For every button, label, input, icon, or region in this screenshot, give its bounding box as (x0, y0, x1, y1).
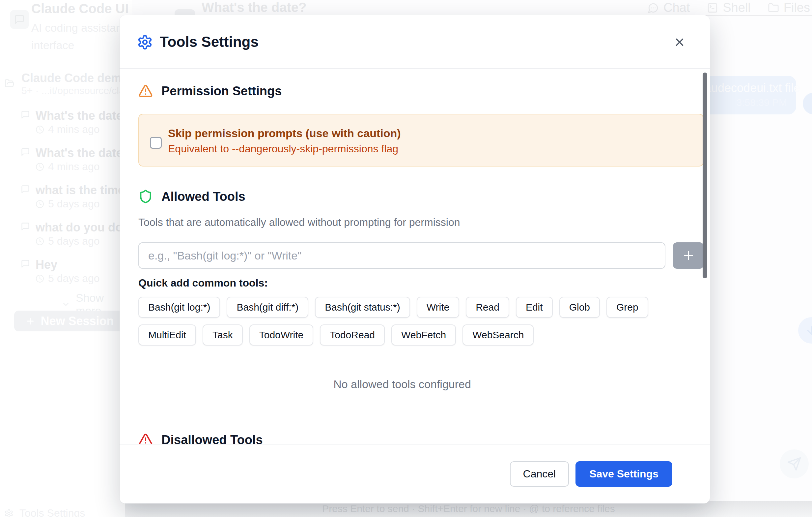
chat-bubble-icon (14, 14, 25, 25)
modal-footer: Cancel Save Settings (120, 444, 710, 504)
skip-permissions-checkbox[interactable] (150, 137, 162, 149)
chat-bubble-icon (21, 222, 30, 231)
permission-settings-heading: Permission Settings (138, 84, 282, 98)
allowed-tool-input[interactable] (138, 242, 665, 269)
alert-triangle-icon (138, 433, 153, 444)
session-title: what do you do? (36, 221, 130, 235)
add-tool-button[interactable] (673, 242, 704, 269)
modal-title: Tools Settings (160, 34, 259, 50)
clock-icon (36, 125, 44, 134)
chevron-down-icon (61, 300, 70, 309)
quick-add-label: Quick add common tools: (138, 277, 268, 289)
skip-permissions-panel: Skip permission prompts (use with cautio… (138, 114, 704, 166)
new-session-button[interactable]: New Session (14, 310, 125, 331)
composer-hint-bar: Press Enter to send · Shift+Enter for ne… (125, 501, 812, 517)
session-list: What's the date? 4 mins ago W (0, 109, 132, 295)
quick-tool-chip[interactable]: TodoRead (320, 324, 385, 346)
disallowed-tools-heading: Disallowed Tools (138, 433, 263, 444)
quick-tool-chip[interactable]: Bash(git diff:*) (227, 297, 308, 318)
quick-tool-chip[interactable]: WebSearch (463, 324, 534, 346)
app-root: Claude Code UI AI coding assistant inter… (0, 0, 812, 517)
sidebar: Claude Code UI AI coding assistant inter… (0, 0, 132, 517)
user-avatar (803, 93, 812, 114)
quick-tool-chip[interactable]: Edit (516, 297, 553, 318)
quick-tool-chip[interactable]: Glob (559, 297, 600, 318)
gear-icon (4, 509, 13, 517)
modal-header: Tools Settings (120, 15, 710, 69)
arrow-down-icon (805, 324, 812, 337)
gear-icon (137, 34, 153, 50)
session-title: What's the date? (36, 146, 130, 160)
session-time: 5 days ago (48, 272, 100, 284)
clock-icon (36, 274, 44, 283)
modal-body: Permission Settings Skip permission prom… (120, 69, 710, 444)
composer-hint: Press Enter to send · Shift+Enter for ne… (322, 503, 615, 517)
tab-files[interactable]: Files (768, 1, 810, 15)
quick-tool-chip[interactable]: Grep (606, 297, 648, 318)
folder-open-icon (5, 79, 14, 88)
project-meta: 5+ · ...it/opensource/clau (21, 85, 130, 96)
app-title: Claude Code UI (31, 1, 129, 16)
session-item[interactable]: what is the time? 5 days ago (0, 183, 132, 221)
quick-tool-list: Bash(git log:*) Bash(git diff:*) Bash(gi… (138, 297, 708, 346)
quick-tool-chip[interactable]: TodoWrite (249, 324, 314, 346)
tools-settings-modal: Tools Settings Permission Settings Skip … (120, 15, 710, 504)
folder-icon (768, 2, 779, 13)
save-settings-button[interactable]: Save Settings (576, 461, 672, 487)
session-time: 5 days ago (48, 235, 100, 247)
quick-tool-chip[interactable]: WebFetch (392, 324, 456, 346)
allowed-tools-heading: Allowed Tools (138, 189, 245, 204)
clock-icon (36, 237, 44, 246)
paper-plane-icon (787, 457, 802, 471)
chat-bubble-icon (648, 2, 659, 13)
plus-icon (25, 316, 35, 326)
session-time: 4 mins ago (48, 123, 100, 136)
chat-bubble-icon (21, 185, 30, 194)
send-button[interactable] (780, 450, 809, 479)
tools-settings-link[interactable]: Tools Settings (4, 507, 85, 517)
close-button[interactable] (668, 31, 691, 53)
app-subtitle: AI coding assistant interface (31, 19, 127, 54)
session-title: What's the date? (36, 109, 130, 123)
shield-icon (138, 189, 153, 204)
alert-triangle-icon (138, 84, 153, 98)
clock-icon (36, 200, 44, 208)
chat-bubble-icon (21, 110, 30, 119)
quick-tool-chip[interactable]: Bash(git status:*) (315, 297, 410, 318)
skip-permissions-description: Equivalent to --dangerously-skip-permiss… (168, 143, 398, 155)
quick-tool-chip[interactable]: Task (203, 324, 243, 346)
quick-tool-chip[interactable]: Write (417, 297, 459, 318)
chat-bubble-icon (21, 259, 30, 268)
tab-shell[interactable]: Shell (707, 1, 751, 15)
session-time: 5 days ago (48, 198, 100, 210)
terminal-icon (707, 2, 718, 13)
scroll-to-bottom-button[interactable] (798, 317, 812, 344)
quick-tool-chip[interactable]: Bash(git log:*) (138, 297, 220, 318)
app-logo (10, 10, 29, 29)
plus-icon (682, 249, 695, 262)
quick-tool-chip[interactable]: Read (466, 297, 509, 318)
allowed-tools-empty-state: No allowed tools configured (120, 378, 685, 391)
session-time: 4 mins ago (48, 161, 100, 173)
session-item[interactable]: What's the date? 4 mins ago (0, 146, 132, 183)
quick-tool-chip[interactable]: MultiEdit (138, 324, 196, 346)
clock-icon (36, 163, 44, 171)
tab-chat[interactable]: Chat (648, 1, 690, 15)
chat-title: What's the date? (202, 0, 306, 15)
skip-permissions-label[interactable]: Skip permission prompts (use with cautio… (168, 127, 401, 140)
x-icon (673, 36, 686, 49)
session-item[interactable]: what do you do? 5 days ago (0, 221, 132, 258)
cancel-button[interactable]: Cancel (510, 461, 569, 487)
view-tabs: Chat Shell Files (648, 1, 810, 15)
session-item[interactable]: Hey 5 days ago (0, 258, 132, 295)
chat-bubble-icon (21, 147, 30, 157)
project-name[interactable]: Claude Code demo (21, 71, 129, 85)
session-title: Hey (36, 258, 57, 272)
modal-scrollbar[interactable] (703, 73, 707, 278)
session-item[interactable]: What's the date? 4 mins ago (0, 109, 132, 146)
session-title: what is the time? (36, 183, 132, 197)
allowed-tools-description: Tools that are automatically allowed wit… (138, 216, 460, 228)
